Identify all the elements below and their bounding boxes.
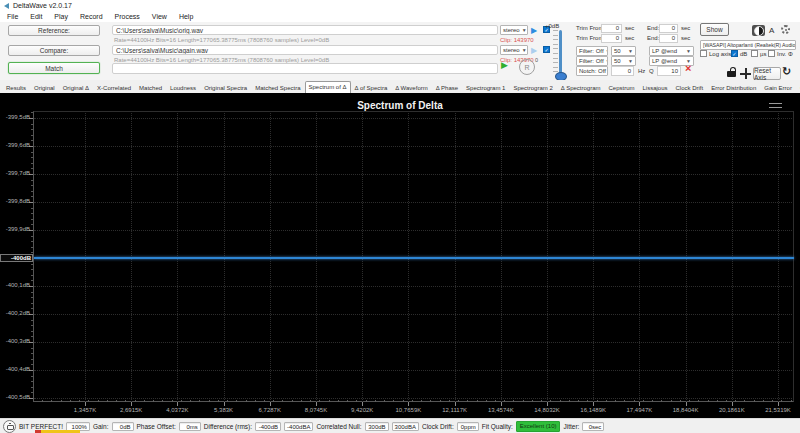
tab-lissajous[interactable]: Lissajous bbox=[639, 82, 672, 93]
contrast-icon[interactable] bbox=[752, 25, 765, 36]
compare-path-field[interactable]: C:\Users\salva\Music\again.wav bbox=[112, 45, 498, 55]
reference-channel-select[interactable]: stereo▼ bbox=[500, 25, 528, 35]
play-delta-button[interactable]: ▶ bbox=[501, 61, 508, 70]
tab-matched[interactable]: Matched bbox=[135, 82, 166, 93]
play-compare-button[interactable]: ▶ bbox=[531, 46, 537, 55]
y-minor-tick bbox=[31, 112, 33, 113]
match-button[interactable]: Match bbox=[8, 62, 100, 74]
y-minor-tick bbox=[31, 320, 33, 321]
x-minor-tick bbox=[735, 400, 736, 402]
trim-from-field-2[interactable]: 0 bbox=[601, 34, 622, 43]
x-minor-tick bbox=[144, 400, 145, 402]
y-minor-tick bbox=[31, 196, 33, 197]
play-reference-button[interactable]: ▶ bbox=[531, 26, 537, 35]
gain-slider-label: +0dB bbox=[545, 23, 559, 29]
h-gridline bbox=[34, 314, 794, 315]
tab-matched-spectra[interactable]: Matched Spectra bbox=[251, 82, 304, 93]
filter-freq-select-1[interactable]: 50▼ bbox=[611, 46, 636, 56]
checkbox-db[interactable]: ✓ bbox=[731, 50, 738, 57]
refresh-icon[interactable]: ↻ bbox=[782, 65, 791, 78]
pan-icon[interactable] bbox=[740, 68, 751, 79]
tab-results[interactable]: Results bbox=[2, 82, 30, 93]
tab-cepstrum[interactable]: Cepstrum bbox=[605, 82, 639, 93]
tab--phase[interactable]: Δ Phase bbox=[432, 82, 462, 93]
match-status-field bbox=[112, 63, 498, 74]
tab-x-correlated[interactable]: X-Correlated bbox=[93, 82, 135, 93]
show-button[interactable]: Show bbox=[700, 23, 729, 36]
tab-corr-null[interactable]: Corr Null bbox=[796, 82, 800, 93]
clear-notch-button[interactable]: × bbox=[685, 63, 691, 74]
checkbox-label: µs bbox=[760, 51, 766, 57]
tab-spectrogram-1[interactable]: Spectrogram 1 bbox=[462, 82, 509, 93]
reference-path-field[interactable]: C:\Users\salva\Music\orig.wav bbox=[112, 25, 498, 35]
tab-error-distribution[interactable]: Error Distribution bbox=[707, 82, 760, 93]
x-minor-tick bbox=[781, 400, 782, 402]
notch-type-select[interactable]: Notch: Off▼ bbox=[576, 66, 608, 76]
menu-help[interactable]: Help bbox=[179, 13, 193, 20]
y-minor-tick bbox=[31, 381, 33, 382]
trim-end-field-1[interactable]: 0 bbox=[659, 24, 678, 33]
camera-icon[interactable] bbox=[3, 420, 16, 433]
h-gridline bbox=[34, 146, 794, 147]
gain-slider[interactable] bbox=[559, 30, 562, 76]
trim-from-field-1[interactable]: 0 bbox=[601, 24, 622, 33]
x-minor-tick bbox=[772, 400, 773, 402]
x-minor-tick bbox=[273, 400, 274, 402]
x-minor-tick bbox=[634, 400, 635, 402]
menu-process[interactable]: Process bbox=[115, 13, 140, 20]
tab-clock-drift[interactable]: Clock Drift bbox=[672, 82, 708, 93]
gear-icon[interactable] bbox=[781, 25, 790, 34]
x-tick-label: 8,0745K bbox=[296, 407, 336, 413]
checkbox--s[interactable] bbox=[751, 50, 758, 57]
tab-gain-error[interactable]: Gain Error bbox=[760, 82, 796, 93]
tab--spectrogram[interactable]: Δ Spectrogram bbox=[557, 82, 605, 93]
tab-spectrogram-2[interactable]: Spectrogram 2 bbox=[509, 82, 556, 93]
menu-record[interactable]: Record bbox=[80, 13, 103, 20]
x-minor-tick bbox=[190, 400, 191, 402]
auto-scale-button[interactable]: A bbox=[769, 26, 774, 35]
y-tick-label: -399,5dB bbox=[0, 114, 30, 120]
menu-file[interactable]: File bbox=[7, 13, 18, 20]
record-button[interactable]: R bbox=[519, 59, 535, 75]
tab--of-spectra[interactable]: Δ of Spectra bbox=[351, 82, 392, 93]
x-minor-tick bbox=[578, 400, 579, 402]
x-minor-tick bbox=[125, 400, 126, 402]
filter-type-select-1[interactable]: Filter: Off▼ bbox=[576, 46, 608, 56]
tab-loudness[interactable]: Loudness bbox=[166, 82, 200, 93]
x-minor-tick bbox=[338, 400, 339, 402]
filter-slope-select-1[interactable]: LP @end▼ bbox=[649, 46, 694, 56]
notch-q-field[interactable]: 10 bbox=[657, 66, 681, 76]
menu-edit[interactable]: Edit bbox=[30, 13, 42, 20]
tab-original-spectra[interactable]: Original Spectra bbox=[200, 82, 251, 93]
filter-type-select-2[interactable]: Filter: Off▼ bbox=[576, 56, 608, 66]
menu-play[interactable]: Play bbox=[54, 13, 68, 20]
x-tick bbox=[686, 402, 687, 406]
x-minor-tick bbox=[209, 400, 210, 402]
tab-original-[interactable]: Original Δ bbox=[59, 82, 93, 93]
checkbox-log-axis[interactable] bbox=[700, 50, 707, 57]
fit-quality-badge: Excellent (10) bbox=[516, 421, 561, 432]
phase-offset-value: 0ms bbox=[179, 422, 201, 431]
tab-original[interactable]: Original bbox=[30, 82, 59, 93]
x-tick-label: 5,383K bbox=[204, 407, 244, 413]
checkbox-inv-[interactable] bbox=[768, 50, 775, 57]
lock-icon[interactable] bbox=[727, 71, 736, 77]
compare-channel-select[interactable]: stereo▼ bbox=[500, 45, 528, 55]
compare-button[interactable]: Compare: bbox=[8, 45, 100, 56]
menu-view[interactable]: View bbox=[152, 13, 167, 20]
tab-spectrum-of-[interactable]: Spectrum of Δ bbox=[305, 81, 351, 93]
compare-enable-checkbox[interactable]: ✓ bbox=[543, 46, 550, 53]
trim-end-field-2[interactable]: 0 bbox=[659, 34, 678, 43]
output-device-select[interactable]: [WASAPI] Altoparlanti (Realtek(R) Audio)… bbox=[700, 40, 796, 50]
notch-freq-field[interactable]: 0 bbox=[611, 66, 634, 76]
h-gridline bbox=[34, 202, 794, 203]
reset-axis-button[interactable]: Reset Axis bbox=[753, 67, 781, 80]
filter-freq-select-2[interactable]: 50▼ bbox=[611, 56, 636, 66]
x-minor-tick bbox=[689, 400, 690, 402]
reference-button[interactable]: Reference: bbox=[8, 25, 100, 36]
x-minor-tick bbox=[356, 400, 357, 402]
checkbox-label: Inv. Φ bbox=[777, 51, 793, 57]
x-minor-tick bbox=[717, 400, 718, 402]
tab--waveform[interactable]: Δ Waveform bbox=[391, 82, 431, 93]
x-tick bbox=[547, 402, 548, 406]
